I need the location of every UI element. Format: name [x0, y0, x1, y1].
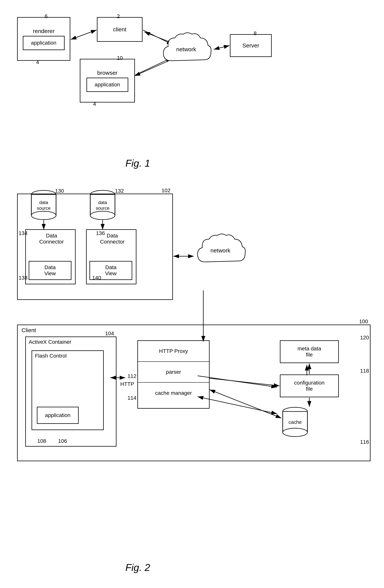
browser-app-label: application	[95, 82, 120, 88]
flash-app-label: application	[45, 412, 70, 418]
server-region-box: 102 DataConnector DataView 134 138 DataC…	[17, 194, 173, 300]
dc1-view-label: DataView	[44, 264, 56, 276]
flash-app-box: application	[37, 407, 79, 424]
browser-app-box: application	[87, 78, 128, 92]
proxy-label-section: HTTP Proxy	[138, 341, 209, 362]
ref-4-browser: 4	[93, 101, 96, 107]
ref-112: 112	[128, 373, 136, 379]
svg-point-38	[283, 428, 307, 437]
ref-100: 100	[359, 318, 368, 325]
outer-client-box: Client 100 ActiveX Container 104 Flash C…	[17, 325, 370, 461]
ref-104: 104	[105, 331, 114, 336]
ref-2: 2	[117, 13, 120, 19]
client-box: client	[97, 17, 142, 42]
renderer-app-label: application	[31, 40, 56, 46]
activex-label: ActiveX Container	[29, 339, 71, 345]
browser-box: browser application	[80, 59, 135, 103]
ref-108: 108	[37, 438, 46, 444]
svg-text:cache: cache	[288, 419, 302, 425]
svg-line-2	[71, 30, 96, 40]
network-cloud-svg: network	[159, 30, 213, 68]
ref-4-renderer: 4	[36, 59, 39, 65]
renderer-box: renderer application	[17, 17, 70, 61]
fig2-title: Fig. 2	[125, 562, 150, 573]
flash-label: Flash Control	[35, 353, 67, 359]
ref-130: 130	[55, 188, 64, 194]
ref-118: 118	[360, 368, 369, 374]
activex-box: ActiveX Container 104 Flash Control appl…	[25, 336, 116, 447]
network-cloud: network	[159, 30, 213, 68]
svg-line-42	[210, 378, 279, 386]
ref-140: 140	[92, 275, 101, 281]
renderer-label: renderer	[33, 28, 54, 34]
parser-section: parser	[138, 362, 209, 383]
dc1-label: DataConnector	[29, 233, 74, 245]
config-label: configurationfile	[294, 380, 324, 392]
ref-120: 120	[360, 335, 369, 341]
ref-136: 136	[96, 230, 105, 236]
config-box: configurationfile	[280, 375, 339, 397]
client-region-label: Client	[22, 327, 36, 334]
cache-manager-section: cache manager	[138, 383, 209, 403]
cache-manager-label: cache manager	[155, 390, 192, 396]
ref-116: 116	[360, 439, 369, 445]
server-box: Server	[230, 34, 272, 57]
svg-text:network: network	[176, 46, 196, 52]
dc1-box: DataConnector DataView	[25, 229, 76, 284]
cache-cylinder: cache	[282, 407, 308, 437]
ref-106: 106	[58, 438, 67, 444]
fig2-diagram: data source 130 data source 132 102	[11, 186, 372, 575]
dc2-view-label: DataView	[105, 264, 116, 276]
ref-8: 8	[254, 30, 257, 37]
flash-box: Flash Control application	[32, 350, 104, 430]
svg-line-44	[210, 390, 281, 418]
ref-6: 6	[45, 13, 48, 19]
fig1-title: Fig. 1	[125, 158, 150, 169]
page: renderer application 6 4 client 2 browse…	[0, 0, 384, 588]
cache-svg: cache	[282, 407, 308, 437]
parser-label: parser	[166, 369, 181, 375]
ref-102: 102	[161, 188, 170, 194]
renderer-app-box: application	[23, 36, 65, 50]
ref-10: 10	[117, 55, 123, 61]
ref-134: 134	[19, 230, 27, 236]
ref-138: 138	[19, 275, 27, 281]
client-label: client	[113, 26, 126, 33]
proxy-box: HTTP Proxy parser 112 cache manager 114	[137, 340, 210, 409]
http-label: HTTP	[120, 381, 134, 387]
ref-132: 132	[115, 188, 124, 194]
dc1-view-box: DataView	[29, 261, 71, 280]
svg-line-7	[214, 45, 229, 49]
proxy-label: HTTP Proxy	[159, 348, 188, 354]
fig1-diagram: renderer application 6 4 client 2 browse…	[11, 8, 372, 173]
browser-label: browser	[97, 70, 118, 76]
ref-114: 114	[128, 395, 136, 401]
fig2-network-cloud-svg: network	[194, 231, 247, 270]
meta-box: meta datafile	[280, 340, 339, 363]
fig2-network-cloud: network	[194, 231, 247, 270]
server-label: Server	[243, 42, 259, 49]
meta-label: meta datafile	[297, 346, 321, 358]
svg-text:network: network	[210, 247, 230, 253]
